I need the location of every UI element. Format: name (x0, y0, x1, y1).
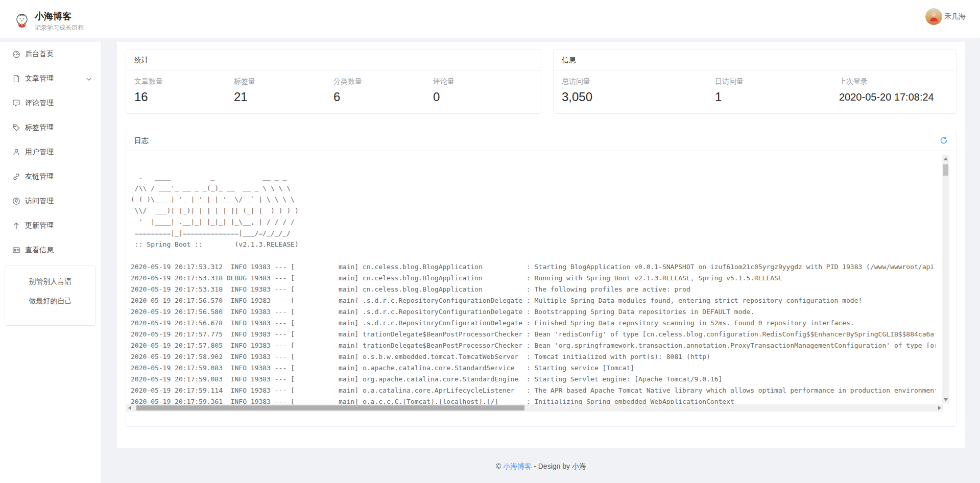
log-lines: 2020-05-19 20:17:53.312 INFO 19383 --- [… (131, 261, 936, 404)
stat-label: 日访问量 (715, 77, 839, 86)
stat-label: 上次登录 (839, 77, 948, 86)
footer-copyright: © (496, 462, 503, 470)
stats-card: 统计 文章数量 16 标签量 21 分类数量 6 评论量 0 (126, 49, 541, 114)
log-output: . ____ _ __ _ _ /\\ / ___'_ __ _ _(_)_ _… (131, 151, 936, 404)
stat-label: 总访问量 (562, 77, 715, 86)
sidebar-item-view-info[interactable]: 查看信息 (0, 238, 101, 262)
stat-category-count: 分类数量 6 (333, 77, 433, 104)
info-card-body: 总访问量 3,050 日访问量 1 上次登录 2020-05-20 17:08:… (554, 70, 956, 104)
sidebar-item-comments[interactable]: 评论管理 (0, 91, 101, 115)
sidebar-item-updates[interactable]: 更新管理 (0, 213, 101, 238)
stat-total-visits: 总访问量 3,050 (562, 77, 715, 104)
vertical-scrollbar-thumb[interactable] (943, 164, 948, 176)
horizontal-scrollbar-thumb[interactable] (136, 405, 524, 410)
user-icon (12, 148, 20, 156)
refresh-icon[interactable] (940, 136, 948, 144)
stats-card-header: 统计 (126, 50, 541, 70)
sidebar-item-label: 后台首页 (25, 50, 91, 59)
stat-last-login: 上次登录 2020-05-20 17:08:24 (839, 77, 948, 104)
scroll-down-arrow-icon[interactable] (944, 398, 948, 401)
stat-tag-count: 标签量 21 (234, 77, 333, 104)
scroll-left-arrow-icon[interactable] (128, 406, 131, 410)
scroll-up-arrow-icon[interactable] (944, 157, 948, 160)
log-card: 日志 . ____ _ __ _ _ /\\ / ___'_ __ _ _(_)… (126, 130, 957, 427)
sidebar-item-dashboard[interactable]: 后台首页 (0, 42, 101, 66)
sidebar-item-visits[interactable]: 访问管理 (0, 189, 101, 213)
stats-card-title: 统计 (134, 50, 149, 70)
stat-value: 0 (433, 90, 533, 104)
chevron-down-icon (86, 75, 91, 83)
stat-value: 6 (333, 90, 433, 104)
document-icon (12, 75, 20, 83)
user-menu[interactable]: 禾几海 (925, 8, 966, 25)
stat-value: 3,050 (562, 90, 715, 104)
scroll-right-arrow-icon[interactable] (938, 406, 941, 410)
site-subtitle: 记录学习成长历程 (35, 23, 84, 32)
stat-label: 标签量 (234, 77, 333, 86)
sidebar-quote-box: 别管别人言语 做最好的自己 (5, 265, 96, 326)
stat-value: 1 (715, 90, 839, 104)
sidebar-item-label: 更新管理 (25, 221, 91, 230)
link-icon (12, 173, 20, 181)
sidebar-item-label: 评论管理 (25, 99, 91, 108)
stat-comment-count: 评论量 0 (433, 77, 533, 104)
footer-site-link[interactable]: 小海博客 (503, 462, 532, 470)
sidebar-item-label: 访问管理 (25, 197, 91, 206)
info-card: 信息 总访问量 3,050 日访问量 1 上次登录 2020-05-20 17:… (553, 49, 957, 114)
tag-icon (12, 124, 20, 132)
log-card-title: 日志 (134, 130, 149, 151)
stat-label: 分类数量 (333, 77, 433, 86)
quote-line: 做最好的自己 (29, 296, 72, 306)
sidebar-item-label: 文章管理 (25, 74, 86, 83)
user-avatar[interactable] (925, 8, 942, 25)
footer: © 小海博客 - Design by 小海 (117, 462, 965, 471)
id-card-icon (12, 246, 20, 254)
stat-value: 2020-05-20 17:08:24 (839, 91, 948, 103)
sidebar-menu: 后台首页 文章管理 评论管理 (0, 42, 101, 262)
sidebar-item-articles[interactable]: 文章管理 (0, 66, 101, 91)
site-title: 小海博客 (35, 11, 84, 22)
log-viewport: . ____ _ __ _ _ /\\ / ___'_ __ _ _(_)_ _… (126, 151, 956, 426)
dashboard-icon (12, 50, 20, 58)
spring-boot-banner: . ____ _ __ _ _ /\\ / ___'_ __ _ _(_)_ _… (131, 172, 936, 250)
stat-value: 16 (134, 90, 234, 104)
site-logo-icon (14, 12, 30, 31)
sidebar: 后台首页 文章管理 评论管理 (0, 42, 101, 483)
quote-line: 别管别人言语 (29, 276, 72, 286)
vertical-scrollbar[interactable] (942, 155, 949, 403)
info-card-header: 信息 (554, 50, 956, 70)
sidebar-item-links[interactable]: 友链管理 (0, 164, 101, 189)
info-card-title: 信息 (562, 50, 576, 70)
stat-label: 文章数量 (134, 77, 234, 86)
stat-daily-visits: 日访问量 1 (715, 77, 839, 104)
stats-card-body: 文章数量 16 标签量 21 分类数量 6 评论量 0 (126, 70, 541, 104)
sidebar-item-label: 标签管理 (25, 123, 91, 132)
footer-suffix: - Design by 小海 (532, 462, 586, 470)
sidebar-item-label: 用户管理 (25, 148, 91, 157)
sidebar-item-tags[interactable]: 标签管理 (0, 115, 101, 140)
stat-value: 21 (234, 90, 333, 104)
horizontal-scrollbar[interactable] (126, 404, 943, 412)
log-card-header: 日志 (126, 130, 956, 151)
top-header: 小海博客 记录学习成长历程 禾几海 (0, 0, 980, 38)
sidebar-item-label: 查看信息 (25, 246, 91, 255)
comment-icon (12, 99, 20, 107)
sidebar-item-label: 友链管理 (25, 172, 91, 181)
main-panel: 统计 文章数量 16 标签量 21 分类数量 6 评论量 0 信息 (117, 42, 965, 448)
stat-label: 评论量 (433, 77, 533, 86)
sidebar-item-users[interactable]: 用户管理 (0, 140, 101, 164)
arrow-up-icon (12, 222, 20, 230)
username[interactable]: 禾几海 (944, 12, 966, 21)
location-icon (12, 197, 20, 205)
site-brand: 小海博客 记录学习成长历程 (14, 11, 84, 32)
stat-article-count: 文章数量 16 (134, 77, 234, 104)
